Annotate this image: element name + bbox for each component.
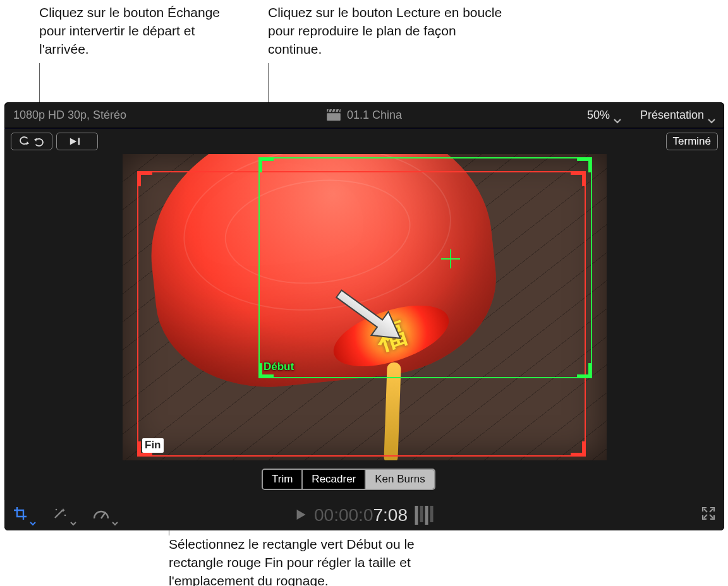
callout-swap-text: Cliquez sur le bouton Échange pour inter… <box>39 5 220 56</box>
enhance-tool-button[interactable] <box>52 506 76 525</box>
seg-crop[interactable]: Recadrer <box>303 470 366 489</box>
timecode-ticks-icon <box>415 506 434 525</box>
resize-handle[interactable] <box>571 441 586 457</box>
svg-rect-9 <box>78 138 80 145</box>
crop-icon <box>13 506 27 525</box>
speed-gauge-icon <box>93 507 109 524</box>
resize-handle[interactable] <box>577 363 592 378</box>
kenburns-start-rect[interactable]: Début <box>258 157 592 378</box>
svg-rect-5 <box>337 109 339 112</box>
swap-icon <box>19 136 44 146</box>
center-crosshair-icon <box>441 249 460 268</box>
svg-marker-8 <box>70 138 76 145</box>
svg-rect-0 <box>327 113 341 121</box>
svg-point-12 <box>64 514 66 516</box>
kenburns-end-label: Fin <box>142 438 164 453</box>
svg-marker-7 <box>34 138 37 141</box>
seg-kenburns-label: Ken Burns <box>375 472 425 487</box>
crop-tool-button[interactable] <box>13 506 36 525</box>
titlebar: 1080p HD 30p, Stéréo 01.1 China 50% Prés… <box>4 102 724 128</box>
zoom-value: 50% <box>587 107 610 123</box>
viewer-area: 福 Fin Début <box>4 154 724 495</box>
svg-marker-14 <box>296 510 305 520</box>
done-label: Terminé <box>673 135 711 149</box>
viewer-footer: 00:00:07:08 <box>4 500 724 530</box>
svg-marker-1 <box>327 109 341 112</box>
swap-button[interactable] <box>11 133 52 150</box>
done-button[interactable]: Terminé <box>666 133 718 150</box>
fullscreen-button[interactable] <box>701 506 715 525</box>
magic-wand-icon <box>52 506 68 525</box>
chevron-down-icon <box>614 112 621 117</box>
svg-line-13 <box>101 512 106 518</box>
callout-loop-text: Cliquez sur le bouton Lecture en boucle … <box>268 5 502 56</box>
loop-play-icon <box>64 136 90 146</box>
callout-loop: Cliquez sur le bouton Lecture en boucle … <box>268 4 508 59</box>
timecode-bright: 7:08 <box>373 505 408 525</box>
play-icon[interactable] <box>295 503 306 527</box>
seg-trim[interactable]: Trim <box>263 470 303 489</box>
svg-point-11 <box>56 508 58 510</box>
retime-tool-button[interactable] <box>93 507 118 524</box>
view-dropdown[interactable]: Présentation <box>640 107 715 123</box>
svg-marker-6 <box>26 141 29 145</box>
viewer-canvas[interactable]: 福 Fin Début <box>123 154 607 460</box>
resize-handle[interactable] <box>137 171 152 186</box>
svg-rect-2 <box>327 109 329 112</box>
callout-rects: Sélectionnez le rectangle vert Début ou … <box>169 535 472 586</box>
loop-play-button[interactable] <box>56 133 98 150</box>
timecode-display: 00:00:07:08 <box>295 503 434 527</box>
viewer-toolbar: Terminé <box>4 129 724 154</box>
viewer-window: 1080p HD 30p, Stéréo 01.1 China 50% Prés… <box>4 102 724 530</box>
callout-swap: Cliquez sur le bouton Échange pour inter… <box>39 4 248 59</box>
clapperboard-icon <box>327 109 341 121</box>
crop-mode-segmented: Trim Recadrer Ken Burns <box>262 469 435 490</box>
resize-handle[interactable] <box>577 157 592 172</box>
format-label: 1080p HD 30p, Stéréo <box>13 107 126 123</box>
clip-name: 01.1 China <box>347 107 402 123</box>
timecode-dim: 00:00:0 <box>314 505 373 525</box>
view-label: Présentation <box>640 107 704 123</box>
chevron-down-icon <box>70 513 76 518</box>
kenburns-start-label: Début <box>264 360 294 374</box>
seg-trim-label: Trim <box>272 472 293 487</box>
zoom-dropdown[interactable]: 50% <box>587 107 621 123</box>
chevron-down-icon <box>708 112 715 117</box>
resize-handle[interactable] <box>258 157 274 172</box>
svg-rect-3 <box>331 109 333 112</box>
fullscreen-icon <box>701 509 715 523</box>
seg-kenburns[interactable]: Ken Burns <box>366 470 434 489</box>
seg-crop-label: Recadrer <box>312 472 356 487</box>
chevron-down-icon <box>30 513 36 518</box>
chevron-down-icon <box>112 513 118 518</box>
svg-rect-4 <box>334 109 336 112</box>
timecode-text: 00:00:07:08 <box>314 503 408 527</box>
callout-rects-text: Sélectionnez le rectangle vert Début ou … <box>169 537 415 586</box>
